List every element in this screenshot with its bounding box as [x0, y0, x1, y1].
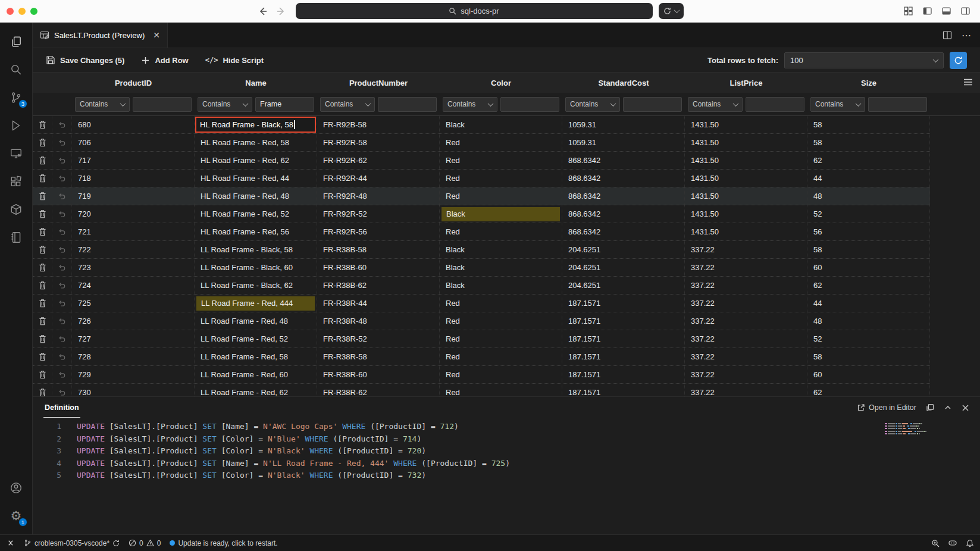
cell-listprice[interactable]: 337.22: [685, 295, 807, 312]
cell-standardcost[interactable]: 868.6342: [562, 223, 685, 240]
delete-row-button[interactable]: [33, 170, 52, 187]
cell-color[interactable]: Red: [440, 134, 562, 151]
cell-listprice[interactable]: 1431.50: [685, 134, 807, 151]
revert-row-button[interactable]: [52, 223, 72, 240]
panel-tab-definition[interactable]: Definition: [43, 397, 80, 418]
cell-listprice[interactable]: 337.22: [685, 277, 807, 294]
cell-productid[interactable]: 727: [72, 330, 195, 347]
cell-listprice[interactable]: 337.22: [685, 330, 807, 347]
revert-row-button[interactable]: [52, 348, 72, 365]
split-editor-button[interactable]: [943, 30, 952, 40]
delete-row-button[interactable]: [33, 348, 52, 365]
cell-color[interactable]: Black: [440, 205, 562, 223]
column-header-color[interactable]: Color: [440, 79, 562, 87]
revert-row-button[interactable]: [52, 366, 72, 383]
editor-actions-more-button[interactable]: ⋯: [962, 30, 972, 41]
delete-row-button[interactable]: [33, 295, 52, 312]
revert-row-button[interactable]: [52, 312, 72, 330]
cell-name[interactable]: LL Road Frame - Red, 58: [195, 348, 317, 365]
cell-name[interactable]: LL Road Frame - Red, 52: [195, 330, 317, 347]
revert-row-button[interactable]: [52, 259, 72, 276]
filter-operator-select-product_id[interactable]: Contains: [75, 97, 130, 112]
close-tab-icon[interactable]: ✕: [153, 30, 160, 40]
cell-name[interactable]: HL Road Frame - Red, 52: [195, 205, 317, 223]
delete-row-button[interactable]: [33, 277, 52, 294]
table-row-717[interactable]: 717HL Road Frame - Red, 62FR-R92R-62Red8…: [33, 152, 930, 170]
cell-productnumber[interactable]: FR-R38R-48: [317, 312, 440, 330]
cell-standardcost[interactable]: 868.6342: [562, 187, 685, 205]
cell-size[interactable]: 58: [807, 134, 930, 151]
delete-row-button[interactable]: [33, 384, 52, 396]
copilot-status-button[interactable]: [948, 539, 957, 547]
cell-standardcost[interactable]: 868.6342: [562, 205, 685, 223]
delete-row-button[interactable]: [33, 312, 52, 330]
revert-row-button[interactable]: [52, 152, 72, 169]
cell-color[interactable]: Black: [440, 277, 562, 294]
cell-standardcost[interactable]: 187.1571: [562, 384, 685, 396]
activity-search[interactable]: [0, 55, 32, 83]
cell-listprice[interactable]: 337.22: [685, 241, 807, 258]
cell-size[interactable]: 58: [807, 116, 930, 133]
revert-row-button[interactable]: [52, 295, 72, 312]
revert-row-button[interactable]: [52, 241, 72, 258]
hide-script-button[interactable]: </> Hide Script: [205, 56, 264, 65]
delete-row-button[interactable]: [33, 205, 52, 223]
table-row-718[interactable]: 718HL Road Frame - Red, 44FR-R92R-44Red8…: [33, 170, 930, 187]
cell-productnumber[interactable]: FR-R92B-58: [317, 116, 440, 133]
cell-size[interactable]: 52: [807, 330, 930, 347]
activity-source-control[interactable]: 3: [0, 83, 32, 111]
filter-operator-select-standard_cost[interactable]: Contains: [565, 97, 620, 112]
copy-script-button[interactable]: [926, 403, 934, 412]
cell-listprice[interactable]: 1431.50: [685, 152, 807, 169]
cell-productnumber[interactable]: FR-R38B-58: [317, 241, 440, 258]
column-header-product_number[interactable]: ProductNumber: [317, 79, 440, 87]
cell-color[interactable]: Red: [440, 295, 562, 312]
cell-standardcost[interactable]: 1059.31: [562, 116, 685, 133]
sql-script-editor[interactable]: 1UPDATE [SalesLT].[Product] SET [Name] =…: [33, 418, 980, 534]
cell-listprice[interactable]: 337.22: [685, 384, 807, 396]
cell-listprice[interactable]: 337.22: [685, 312, 807, 330]
cell-productid[interactable]: 706: [72, 134, 195, 151]
cell-color[interactable]: Black: [440, 259, 562, 276]
revert-row-button[interactable]: [52, 134, 72, 151]
open-in-editor-button[interactable]: Open in Editor: [857, 403, 916, 412]
cell-productid[interactable]: 724: [72, 277, 195, 294]
save-changes-button[interactable]: Save Changes (5): [46, 55, 124, 65]
cell-standardcost[interactable]: 187.1571: [562, 348, 685, 365]
cell-productid[interactable]: 719: [72, 187, 195, 205]
cell-productnumber[interactable]: FR-R38R-44: [317, 295, 440, 312]
table-row-724[interactable]: 724LL Road Frame - Black, 62FR-R38B-62Bl…: [33, 277, 930, 295]
table-row-706[interactable]: 706HL Road Frame - Red, 58FR-R92R-58Red1…: [33, 134, 930, 152]
cell-productid[interactable]: 718: [72, 170, 195, 187]
customize-layout-button[interactable]: [903, 6, 913, 16]
activity-account[interactable]: [0, 474, 32, 502]
table-row-722[interactable]: 722LL Road Frame - Black, 58FR-R38B-58Bl…: [33, 241, 930, 259]
cell-standardcost[interactable]: 187.1571: [562, 312, 685, 330]
table-row-680[interactable]: 680HL Road Frame - Black, 58FR-R92B-58Bl…: [33, 116, 930, 134]
cell-name[interactable]: LL Road Frame - Red, 48: [195, 312, 317, 330]
column-header-product_id[interactable]: ProductID: [72, 79, 195, 87]
cell-productid[interactable]: 723: [72, 259, 195, 276]
filter-value-input-size[interactable]: [868, 97, 927, 112]
cell-standardcost[interactable]: 204.6251: [562, 259, 685, 276]
collapse-panel-button[interactable]: [944, 403, 952, 412]
filter-value-input-product_number[interactable]: [378, 97, 437, 112]
update-ready-status-item[interactable]: Update is ready, click to restart.: [170, 539, 277, 547]
cell-color[interactable]: Red: [440, 170, 562, 187]
cell-size[interactable]: 48: [807, 187, 930, 205]
cell-productnumber[interactable]: FR-R92R-44: [317, 170, 440, 187]
cell-productnumber[interactable]: FR-R38R-62: [317, 384, 440, 396]
table-row-729[interactable]: 729LL Road Frame - Red, 60FR-R38R-60Red1…: [33, 366, 930, 384]
problems-status-item[interactable]: 0 0: [129, 539, 161, 547]
activity-settings[interactable]: ⚙ 1: [0, 502, 32, 530]
cell-productid[interactable]: 725: [72, 295, 195, 312]
close-window-button[interactable]: [7, 8, 14, 15]
cell-productnumber[interactable]: FR-R92R-62: [317, 152, 440, 169]
column-header-list_price[interactable]: ListPrice: [685, 79, 807, 87]
cell-color[interactable]: Red: [440, 330, 562, 347]
remote-indicator[interactable]: [6, 539, 15, 547]
revert-row-button[interactable]: [52, 187, 72, 205]
cell-standardcost[interactable]: 204.6251: [562, 241, 685, 258]
revert-row-button[interactable]: [52, 170, 72, 187]
delete-row-button[interactable]: [33, 366, 52, 383]
